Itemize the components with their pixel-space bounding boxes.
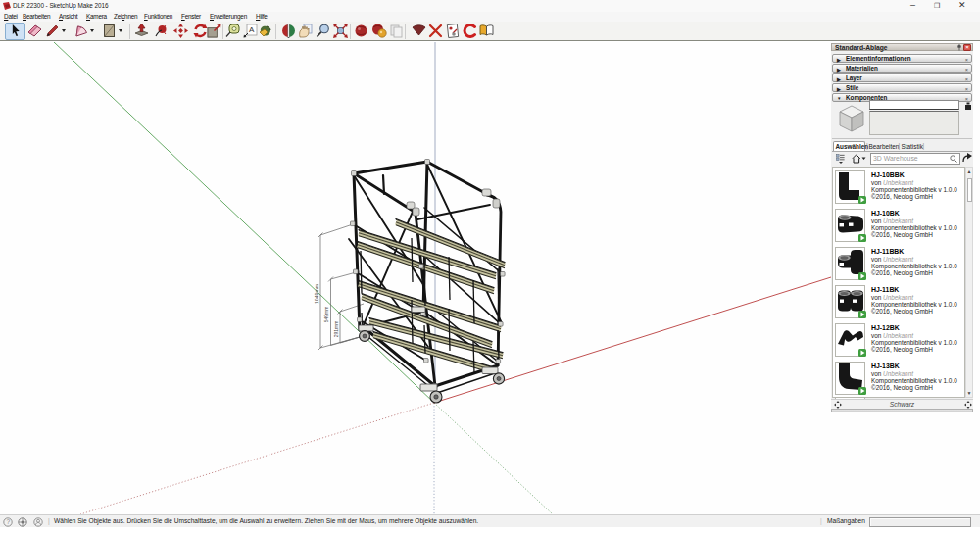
svg-text:?: ? bbox=[6, 518, 10, 525]
svg-text:A: A bbox=[249, 25, 255, 34]
svg-text:549mm: 549mm bbox=[323, 307, 329, 323]
svg-text:1049mm: 1049mm bbox=[314, 284, 319, 304]
svg-text:291mm: 291mm bbox=[333, 321, 339, 338]
